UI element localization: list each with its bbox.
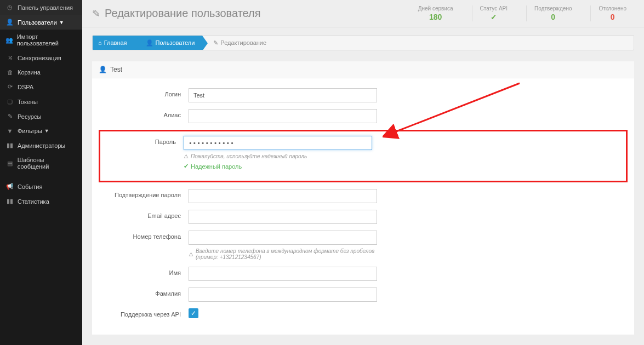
hint-text: Введите номер телефона в международном ф… xyxy=(196,248,377,260)
confirm-label: Подтверждение пароля xyxy=(101,189,189,198)
user-icon: 👤 xyxy=(146,39,153,47)
edit-icon: ✎ xyxy=(5,113,14,120)
sidebar-item-dspa[interactable]: ⟳DSPA xyxy=(0,79,82,94)
sidebar-item-events[interactable]: 📢События xyxy=(0,179,82,194)
panel-header: 👤Test xyxy=(92,61,634,78)
stat-label: Статус API xyxy=(480,5,508,12)
stat-api: Статус API✓ xyxy=(472,5,516,21)
firstname-label: Имя xyxy=(101,267,189,276)
alias-input[interactable] xyxy=(189,109,377,123)
trash-icon: 🗑 xyxy=(5,69,14,76)
phone-hint: ⚠Введите номер телефона в международном … xyxy=(189,248,377,260)
stat-rejected: Отклонено0 xyxy=(590,5,634,21)
sidebar-item-label: Корзина xyxy=(18,69,41,76)
stat-value: 180 xyxy=(418,13,453,21)
stat-label: Подтверждено xyxy=(534,5,572,12)
caret-icon: ▼ xyxy=(59,20,64,25)
sidebar-item-label: DSPA xyxy=(18,84,33,90)
breadcrumb-label: Пользователи xyxy=(156,39,195,46)
sidebar-item-templates[interactable]: ▤Шаблоны сообщений xyxy=(0,153,82,174)
sidebar-item-import[interactable]: 👥Импорт пользователей xyxy=(0,30,82,50)
email-input[interactable] xyxy=(189,210,377,224)
email-label: Email адрес xyxy=(101,210,189,219)
home-icon: ⌂ xyxy=(98,39,102,46)
refresh-icon: ⟳ xyxy=(5,83,14,90)
sidebar-item-label: Шаблоны сообщений xyxy=(18,157,77,170)
sidebar-item-label: Импорт пользователей xyxy=(17,33,77,47)
breadcrumb-home[interactable]: ⌂Главная xyxy=(93,36,135,50)
stat-value: 0 xyxy=(599,13,626,21)
check-icon: ✔ xyxy=(184,163,189,170)
login-label: Логин xyxy=(101,88,189,97)
filter-icon: ▼ xyxy=(5,128,14,134)
api-checkbox[interactable]: ✓ xyxy=(189,308,198,318)
warning-icon: ⚠ xyxy=(189,251,193,257)
phone-input[interactable] xyxy=(189,231,377,245)
firstname-input[interactable] xyxy=(189,267,377,281)
password-label: Пароль xyxy=(102,136,184,145)
phone-label: Номер телефона xyxy=(101,231,189,240)
password-success: ✔Надежный пароль xyxy=(184,163,372,170)
lastname-label: Фамилия xyxy=(101,288,189,297)
stat-label: Отклонено xyxy=(599,5,626,12)
password-hint: ⚠Пожалуйста, используйте надежный пароль xyxy=(184,153,372,159)
success-text: Надежный пароль xyxy=(191,163,242,170)
stat-confirmed: Подтверждено0 xyxy=(526,5,579,21)
bars-icon: ▮▮ xyxy=(5,198,14,205)
file-icon: ▤ xyxy=(5,160,14,167)
sidebar-item-stats[interactable]: ▮▮Статистика xyxy=(0,194,82,209)
sidebar-item-tokens[interactable]: ▢Токены xyxy=(0,94,82,109)
confirm-input[interactable] xyxy=(189,189,377,203)
bars-icon: ▮▮ xyxy=(5,142,14,149)
sidebar-item-label: Статистика xyxy=(18,198,49,205)
megaphone-icon: 📢 xyxy=(5,183,14,190)
breadcrumb-current: ✎Редактирование xyxy=(202,36,274,50)
alias-label: Алиас xyxy=(101,109,189,118)
sidebar-item-filters[interactable]: ▼Фильтры▼ xyxy=(0,124,82,138)
edit-icon: ✎ xyxy=(213,39,218,47)
login-input[interactable] xyxy=(189,88,377,102)
form-panel: 👤Test Логин Алиас Пароль xyxy=(92,61,634,335)
header: ✎ Редактирование пользователя Дней серви… xyxy=(82,0,644,27)
sidebar-item-label: Фильтры xyxy=(18,128,42,134)
sidebar-item-label: События xyxy=(18,183,42,190)
shuffle-icon: ⤭ xyxy=(5,54,14,61)
warning-icon: ⚠ xyxy=(184,153,189,159)
breadcrumb-label: Главная xyxy=(104,39,127,46)
sidebar-item-label: Токены xyxy=(18,99,38,105)
sidebar-item-label: Ресурсы xyxy=(18,113,41,120)
stat-days: Дней сервиса180 xyxy=(411,5,461,21)
page-title-text: Редактирование пользователя xyxy=(105,7,261,20)
stat-value: 0 xyxy=(534,13,572,21)
edit-icon: ✎ xyxy=(92,8,100,20)
dashboard-icon: ◷ xyxy=(5,4,14,11)
users-icon: 👥 xyxy=(5,37,14,44)
sidebar-item-label: Панель управления xyxy=(18,4,73,11)
sidebar-item-label: Пользователи xyxy=(18,19,57,26)
sidebar-item-dashboard[interactable]: ◷Панель управления xyxy=(0,0,82,15)
sidebar-item-users[interactable]: 👤Пользователи▼ xyxy=(0,15,82,30)
sidebar-item-admins[interactable]: ▮▮Администраторы xyxy=(0,138,82,153)
sidebar-item-trash[interactable]: 🗑Корзина xyxy=(0,65,82,79)
sidebar-item-label: Синхронизация xyxy=(18,55,61,61)
stat-value: ✓ xyxy=(480,13,508,21)
password-highlight: Пароль ⚠Пожалуйста, используйте надежный… xyxy=(99,130,628,182)
breadcrumb-users[interactable]: 👤Пользователи xyxy=(135,36,203,50)
sidebar-item-resources[interactable]: ✎Ресурсы xyxy=(0,109,82,124)
hint-text: Пожалуйста, используйте надежный пароль xyxy=(191,153,307,159)
user-icon: 👤 xyxy=(99,66,107,73)
breadcrumb-label: Редактирование xyxy=(220,39,266,46)
user-icon: 👤 xyxy=(5,19,14,26)
caret-icon: ▼ xyxy=(44,128,49,134)
sidebar-item-sync[interactable]: ⤭Синхронизация xyxy=(0,50,82,65)
page-title: ✎ Редактирование пользователя xyxy=(92,7,261,20)
panel-title: Test xyxy=(110,66,122,73)
password-input[interactable] xyxy=(184,136,372,150)
tablet-icon: ▢ xyxy=(5,98,14,105)
sidebar-item-label: Администраторы xyxy=(18,142,65,149)
sidebar: ◷Панель управления 👤Пользователи▼ 👥Импор… xyxy=(0,0,82,345)
stats: Дней сервиса180 Статус API✓ Подтверждено… xyxy=(411,5,634,21)
api-label: Поддержка через API xyxy=(101,308,189,318)
lastname-input[interactable] xyxy=(189,288,377,302)
breadcrumb: ⌂Главная 👤Пользователи ✎Редактирование xyxy=(92,35,634,50)
